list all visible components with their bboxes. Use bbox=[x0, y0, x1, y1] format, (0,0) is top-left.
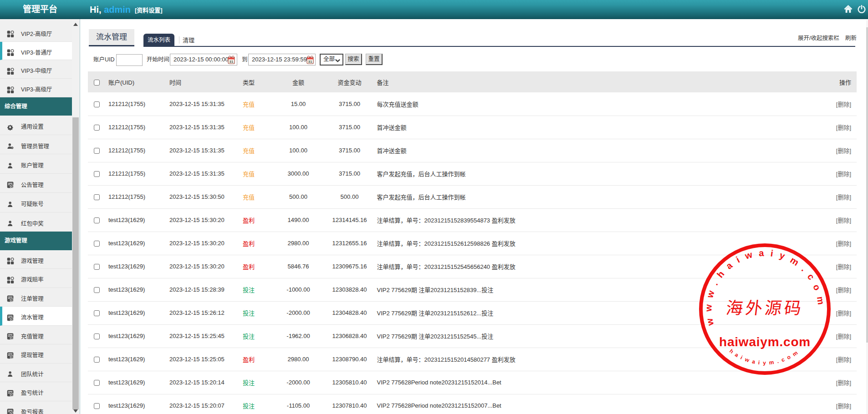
svg-text:31: 31 bbox=[230, 60, 234, 64]
svg-text:h a i w a i y m . c o m: h a i w a i y m . c o m bbox=[728, 348, 800, 366]
svg-text:海外源码: 海外源码 bbox=[725, 299, 805, 318]
svg-text:31: 31 bbox=[308, 60, 312, 64]
svg-text:haiwaiym.com: haiwaiym.com bbox=[719, 335, 811, 349]
